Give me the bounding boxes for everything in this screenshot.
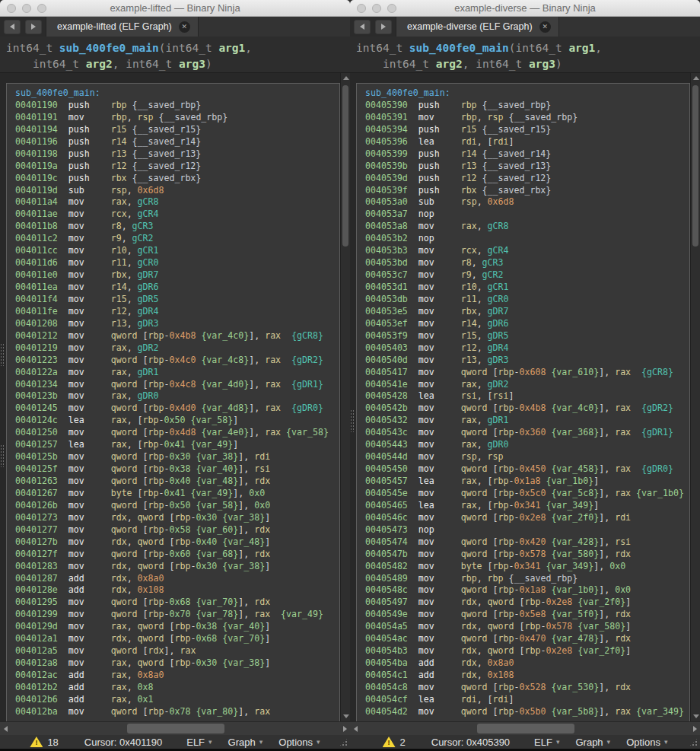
asm-line[interactable]: 0040546c mov qword [rbp-0x2e8 {var_2f0}]… <box>365 512 689 524</box>
nav-forward-button[interactable] <box>375 20 392 34</box>
asm-line[interactable]: 0040129d mov rax, qword [rbp-0x38 {var_4… <box>15 621 339 633</box>
asm-line[interactable]: 004053a0 sub rsp, 0x6d8 <box>365 196 689 208</box>
nav-back-button[interactable] <box>4 20 21 34</box>
sidebar-grip[interactable] <box>0 343 5 366</box>
asm-line[interactable]: 00401194 push r15 {__saved_r15} <box>15 124 339 136</box>
options-menu[interactable]: Options▾ <box>278 737 320 748</box>
vertical-scrollbar-thumb[interactable] <box>342 85 348 247</box>
asm-line[interactable]: 004011ea mov r14, gDR6 <box>15 282 339 294</box>
asm-line[interactable]: 004053e5 mov rbx, gDR7 <box>365 306 689 318</box>
asm-line[interactable]: 004053bd mov r8, gCR3 <box>365 257 689 269</box>
asm-line[interactable]: 0040122a mov rax, gDR1 <box>15 367 339 379</box>
asm-line[interactable]: 0040125b mov qword [rbp-0x30 {var_38}], … <box>15 451 339 463</box>
horizontal-scrollbar-thumb[interactable] <box>127 724 224 733</box>
asm-line[interactable]: 00401267 mov byte [rbp-0x41 {var_49}], 0… <box>15 488 339 500</box>
asm-line[interactable]: 00405391 mov rbp, rsp {__saved_rbp} <box>365 112 689 124</box>
asm-line[interactable]: 0040123b mov rax, gDR0 <box>15 390 339 403</box>
asm-line[interactable]: 00405432 mov rax, gDR1 <box>365 415 689 427</box>
asm-line[interactable]: 00401257 lea rax, [rbp-0x41 {var_49}] <box>15 439 339 451</box>
scroll-right-button[interactable] <box>689 722 700 735</box>
asm-line[interactable]: 004011fe mov r12, gDR4 <box>15 306 339 318</box>
asm-line[interactable]: 004012a5 mov qword [rdx], rax <box>15 645 339 657</box>
asm-line[interactable]: 0040125f mov qword [rbp-0x38 {var_40}], … <box>15 463 339 476</box>
asm-line[interactable]: 00401273 mov rdx, qword [rbp-0x30 {var_3… <box>15 512 339 524</box>
horizontal-scrollbar-thumb[interactable] <box>477 724 574 733</box>
asm-line[interactable]: 00405489 mov rbp, rbp {__saved_rbp} <box>365 573 689 585</box>
asm-line[interactable]: 004053a8 mov rax, gCR8 <box>365 221 689 233</box>
basic-block-node[interactable]: sub_400fe0_main:00401190 push rbp {__sav… <box>6 83 340 721</box>
tab-close-icon[interactable]: ✕ <box>539 21 551 33</box>
minimize-window-button[interactable] <box>22 4 31 13</box>
titlebar[interactable]: example-diverse — Binary Ninja <box>350 0 700 17</box>
asm-line[interactable]: 00401219 mov rax, gDR2 <box>15 342 339 355</box>
asm-line[interactable]: 004012ac add rax, 0x8a0 <box>15 670 339 682</box>
asm-line[interactable]: 00401234 mov qword [rbp-0x4c8 {var_4d0}]… <box>15 379 339 391</box>
asm-line[interactable]: 00401191 mov rbp, rsp {__saved_rbp} <box>15 112 339 124</box>
asm-line[interactable]: 00405473 nop <box>365 524 689 536</box>
asm-line[interactable]: 00401299 mov qword [rbp-0x70 {var_78}], … <box>15 609 339 621</box>
asm-line[interactable]: 004053ef mov r14, gDR6 <box>365 318 689 330</box>
asm-line[interactable]: 0040539f push rbx {__saved_rbx} <box>365 185 689 197</box>
asm-line[interactable]: 00401212 mov qword [rbp-0x4b8 {var_4c0}]… <box>15 330 339 342</box>
asm-line[interactable]: 00405394 push r15 {__saved_r15} <box>365 124 689 136</box>
asm-line[interactable]: 00401198 push r13 {__saved_r13} <box>15 148 339 161</box>
nav-back-button[interactable] <box>354 20 371 34</box>
asm-line[interactable]: 004012a1 mov rdx, qword [rbp-0x68 {var_7… <box>15 633 339 645</box>
asm-line[interactable]: 00405465 lea rax, [rbp-0x341 {var_349}] <box>365 500 689 512</box>
graph-menu[interactable]: Graph▾ <box>575 737 610 748</box>
asm-line[interactable]: 004012b6 add rax, 0x1 <box>15 694 339 706</box>
asm-line[interactable]: 0040542b mov qword [rbp-0x4b8 {var_4c0}]… <box>365 403 689 415</box>
asm-line[interactable]: 00405396 lea rdi, [rdi] <box>365 136 689 148</box>
asm-line[interactable]: 0040124c lea rax, [rbp-0x50 {var_58}] <box>15 415 339 427</box>
titlebar[interactable]: example-lifted — Binary Ninja <box>0 0 350 17</box>
asm-line[interactable]: 00405474 mov qword [rbp-0x420 {var_428}]… <box>365 536 689 549</box>
asm-line[interactable]: 0040119a push r12 {__saved_r12} <box>15 161 339 173</box>
tab-elf-graph[interactable]: example-diverse (ELF Graph) ✕ <box>396 17 559 37</box>
asm-line[interactable]: 0040545e mov qword [rbp-0x5c0 {var_5c8}]… <box>365 488 689 500</box>
asm-line[interactable]: 0040543c mov qword [rbp-0x360 {var_368}]… <box>365 427 689 439</box>
asm-line[interactable]: 00405390 push rbp {__saved_rbp} <box>365 100 689 112</box>
options-menu[interactable]: Options▾ <box>626 737 667 748</box>
vertical-scrollbar-thumb[interactable] <box>692 85 698 247</box>
asm-line[interactable]: 00405403 mov r12, gDR4 <box>365 342 689 355</box>
asm-line[interactable]: 0040127f mov qword [rbp-0x60 {var_68}], … <box>15 549 339 561</box>
asm-line[interactable]: 00401295 mov qword [rbp-0x68 {var_70}], … <box>15 597 339 609</box>
scroll-down-button[interactable] <box>341 711 350 721</box>
asm-line[interactable]: 004011ae mov rcx, gCR4 <box>15 208 339 221</box>
asm-line[interactable]: 0040541e mov rax, gDR2 <box>365 379 689 391</box>
elf-menu[interactable]: ELF▾ <box>534 737 559 748</box>
asm-line[interactable]: 004054cf lea rdi, [rdi] <box>365 694 689 706</box>
vertical-scrollbar[interactable] <box>340 73 350 721</box>
asm-line[interactable]: 0040119c push rbx {__saved_rbx} <box>15 173 339 185</box>
scroll-right-button[interactable] <box>339 722 350 735</box>
asm-line[interactable]: 004053b2 nop <box>365 233 689 245</box>
graph-menu[interactable]: Graph▾ <box>228 737 263 748</box>
tab-elf-graph[interactable]: example-lifted (ELF Graph) ✕ <box>46 17 199 37</box>
asm-line[interactable]: 0040539b push r13 {__saved_r13} <box>365 161 689 173</box>
function-label[interactable]: sub_400fe0_main: <box>15 88 339 100</box>
asm-line[interactable]: 00401208 mov r13, gDR3 <box>15 318 339 330</box>
zoom-window-button[interactable] <box>37 4 46 13</box>
asm-line[interactable]: 004054d2 mov qword [rbp-0x5b0 {var_5b8}]… <box>365 706 689 718</box>
tab-close-icon[interactable]: ✕ <box>179 21 190 33</box>
asm-line[interactable]: 004011a4 mov rax, gCR8 <box>15 196 339 208</box>
resize-grip[interactable] <box>689 737 698 747</box>
scroll-down-button[interactable] <box>691 711 700 721</box>
asm-line[interactable]: 004054ba add rdx, 0x8a0 <box>365 657 689 670</box>
close-window-button[interactable] <box>357 4 366 13</box>
asm-line[interactable]: 004011c2 mov r9, gCR2 <box>15 233 339 245</box>
asm-line[interactable]: 004012a8 mov rax, qword [rbp-0x30 {var_3… <box>15 657 339 670</box>
vertical-scrollbar[interactable] <box>690 73 700 721</box>
asm-line[interactable]: 00405457 lea rax, [rbp-0x1a8 {var_1b0}] <box>365 476 689 488</box>
asm-line[interactable]: 0040544d mov rsp, rsp <box>365 451 689 463</box>
elf-menu[interactable]: ELF▾ <box>186 737 212 748</box>
asm-line[interactable]: 004053db mov r11, gCR0 <box>365 294 689 306</box>
asm-line[interactable]: 004011f4 mov r15, gDR5 <box>15 294 339 306</box>
warnings-indicator[interactable]: ! 18 <box>30 737 58 748</box>
asm-line[interactable]: 00405417 mov qword [rbp-0x608 {var_610}]… <box>365 367 689 379</box>
asm-line[interactable]: 0040127b mov rdx, qword [rbp-0x40 {var_4… <box>15 536 339 549</box>
asm-line[interactable]: 00401250 mov qword [rbp-0x4d8 {var_4e0}]… <box>15 427 339 439</box>
horizontal-scrollbar[interactable] <box>350 721 700 735</box>
scroll-left-button[interactable] <box>350 722 361 735</box>
asm-line[interactable]: 004054b3 mov rdx, qword [rbp-0x2e8 {var_… <box>365 645 689 657</box>
